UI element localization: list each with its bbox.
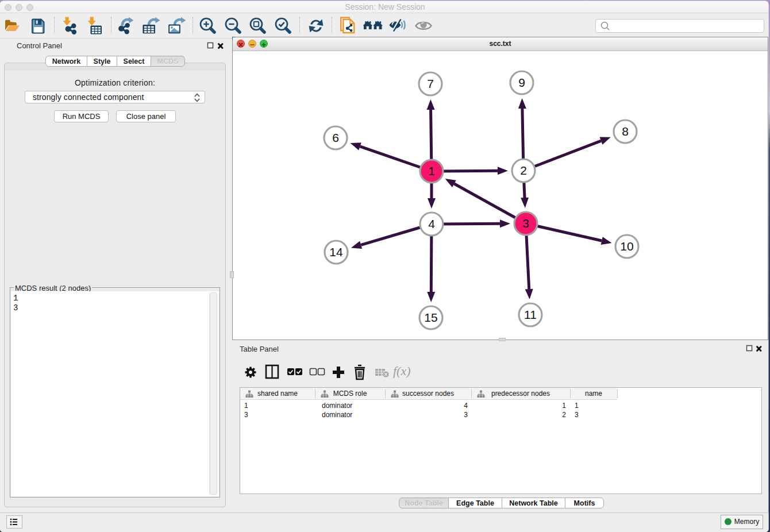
svg-text:8: 8 <box>622 125 629 138</box>
svg-text:7: 7 <box>427 77 434 90</box>
svg-text:2: 2 <box>520 164 527 177</box>
svg-text:15: 15 <box>424 311 437 324</box>
svg-text:9: 9 <box>518 76 525 89</box>
svg-text:1: 1 <box>428 164 435 178</box>
svg-text:3: 3 <box>522 217 529 230</box>
svg-text:4: 4 <box>428 217 435 230</box>
svg-text:14: 14 <box>329 245 343 259</box>
svg-text:10: 10 <box>620 240 633 253</box>
svg-text:11: 11 <box>524 308 537 321</box>
svg-text:6: 6 <box>332 131 339 144</box>
